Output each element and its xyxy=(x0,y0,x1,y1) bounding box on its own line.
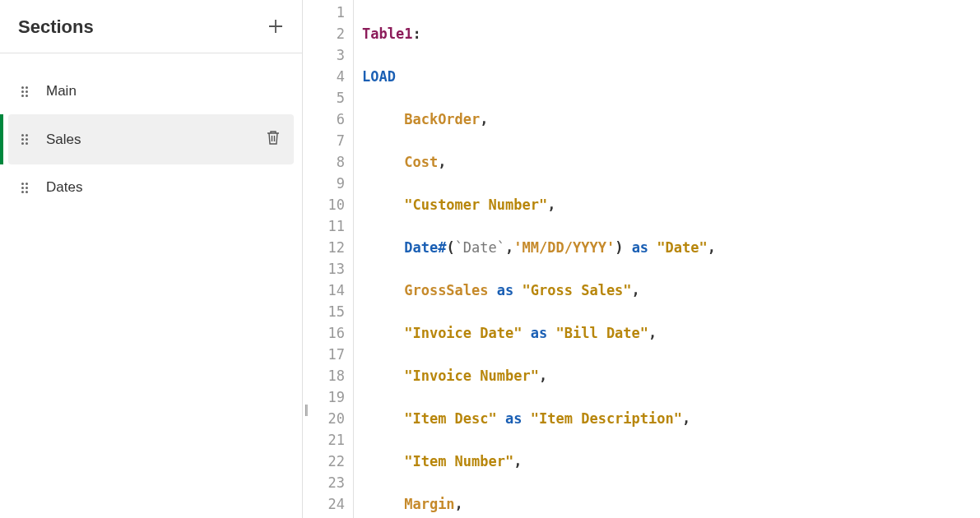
editor-code[interactable]: Table1: LOAD BackOrder, Cost, "Customer … xyxy=(354,0,885,518)
drag-handle-icon[interactable] xyxy=(21,134,28,145)
section-item-sales[interactable]: Sales xyxy=(8,114,294,164)
drag-handle-icon[interactable] xyxy=(21,86,28,97)
editor-gutter: 123456789101112131415161718192021222324 xyxy=(303,0,354,518)
sections-list: Main Sales Dates xyxy=(0,53,302,210)
sidebar-header: Sections xyxy=(0,0,302,53)
section-item-dates[interactable]: Dates xyxy=(8,164,294,210)
sections-sidebar: Sections Main Sales Dates || xyxy=(0,0,303,518)
add-section-button[interactable] xyxy=(267,16,284,38)
section-label: Main xyxy=(46,83,281,99)
delete-section-button[interactable] xyxy=(266,129,281,150)
script-editor[interactable]: 123456789101112131415161718192021222324 … xyxy=(303,0,980,518)
drag-handle-icon[interactable] xyxy=(21,183,28,193)
section-label: Dates xyxy=(46,179,281,196)
pane-splitter-handle[interactable]: || xyxy=(304,403,307,416)
section-label: Sales xyxy=(46,132,266,148)
section-item-main[interactable]: Main xyxy=(8,68,294,114)
sections-title: Sections xyxy=(18,16,94,38)
